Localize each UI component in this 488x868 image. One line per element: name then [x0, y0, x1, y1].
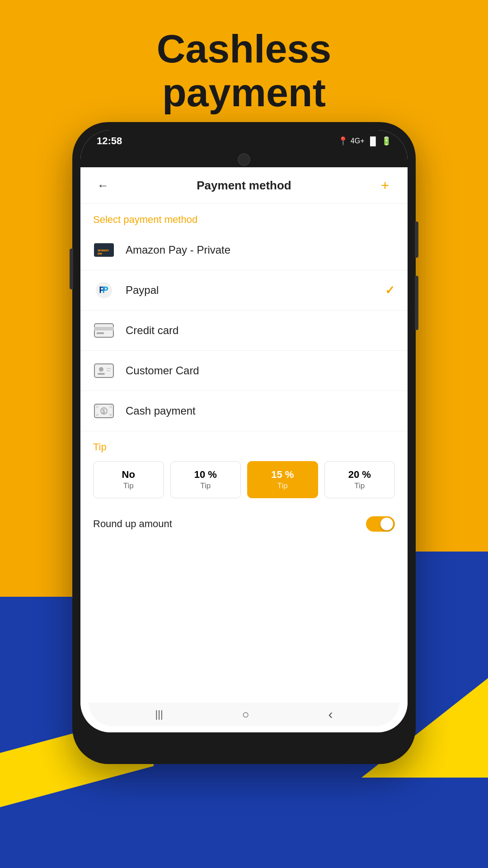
- credit-card-icon: [94, 323, 114, 338]
- status-bar: 12:58 📍 4G+ ▐▌ 🔋: [80, 130, 408, 152]
- cash-payment-label: Cash payment: [126, 405, 395, 417]
- location-icon: 📍: [338, 136, 348, 146]
- nav-home-icon[interactable]: ○: [242, 708, 249, 722]
- notch-area: [80, 152, 408, 167]
- tip-15-word: Tip: [251, 481, 314, 491]
- tip-section-label: Tip: [93, 441, 395, 453]
- svg-rect-17: [96, 406, 99, 408]
- svg-rect-7: [94, 327, 114, 330]
- nav-menu-icon[interactable]: |||: [155, 708, 163, 720]
- tip-10-button[interactable]: 10 % Tip: [170, 461, 241, 498]
- signal-text: 4G+: [351, 137, 365, 145]
- side-button-left: [70, 249, 73, 289]
- amazon-pay-icon-container: amazon pay: [93, 239, 115, 261]
- tip-15-button[interactable]: 15 % Tip: [247, 461, 318, 498]
- tip-no-button[interactable]: No Tip: [93, 461, 164, 498]
- tip-no-word: Tip: [97, 481, 160, 491]
- svg-point-10: [99, 367, 103, 372]
- amazon-pay-label: Amazon Pay - Private: [126, 244, 395, 256]
- tip-20-percent: 20 %: [328, 469, 391, 481]
- battery-icon: 🔋: [381, 136, 391, 146]
- cash-icon: $: [94, 404, 114, 418]
- status-time: 12:58: [97, 135, 122, 147]
- svg-rect-20: [109, 414, 112, 416]
- app-content: ← Payment method + Select payment method: [80, 167, 408, 732]
- payment-item-amazon-pay[interactable]: amazon pay Amazon Pay - Private: [80, 230, 408, 270]
- amazon-pay-icon: amazon pay: [94, 243, 114, 257]
- payment-item-customer-card[interactable]: Customer Card: [80, 351, 408, 391]
- screen-title: Payment method: [197, 179, 291, 193]
- credit-card-icon-container: [93, 320, 115, 341]
- toggle-knob: [380, 518, 393, 530]
- top-bar: ← Payment method +: [80, 167, 408, 204]
- payment-item-paypal[interactable]: P P Paypal ✓: [80, 270, 408, 311]
- tip-10-word: Tip: [174, 481, 237, 491]
- round-up-label: Round up amount: [93, 518, 172, 530]
- phone-frame: 12:58 📍 4G+ ▐▌ 🔋 ← Payment method +: [72, 122, 416, 764]
- add-payment-button[interactable]: +: [375, 175, 395, 195]
- tip-buttons-container: No Tip 10 % Tip 15 % Tip 20 %: [93, 461, 395, 498]
- customer-card-icon-container: [93, 360, 115, 382]
- svg-rect-13: [107, 370, 110, 371]
- credit-card-label: Credit card: [126, 324, 395, 337]
- tip-section: Tip No Tip 10 % Tip 15 % Tip: [80, 431, 408, 498]
- page-title: Cashless payment: [0, 27, 488, 115]
- side-button-right-bottom: [415, 276, 418, 330]
- tip-15-percent: 15 %: [251, 469, 314, 481]
- camera-notch: [238, 153, 250, 166]
- nav-back-icon[interactable]: ‹: [328, 707, 333, 722]
- signal-bars-icon: ▐▌: [367, 137, 379, 146]
- customer-card-icon: [94, 363, 114, 378]
- svg-text:P: P: [102, 285, 108, 295]
- paypal-label: Paypal: [126, 284, 385, 297]
- payment-item-credit-card[interactable]: Credit card: [80, 311, 408, 351]
- svg-rect-12: [107, 368, 111, 369]
- scroll-area[interactable]: Select payment method amazon pay Amazon …: [80, 204, 408, 732]
- customer-card-label: Customer Card: [126, 364, 395, 377]
- paypal-checkmark: ✓: [385, 283, 395, 297]
- svg-rect-9: [94, 364, 113, 377]
- svg-rect-8: [97, 332, 104, 334]
- phone-screen: 12:58 📍 4G+ ▐▌ 🔋 ← Payment method +: [80, 130, 408, 732]
- tip-20-button[interactable]: 20 % Tip: [324, 461, 395, 498]
- round-up-row: Round up amount: [80, 512, 408, 541]
- back-arrow-icon: ←: [97, 179, 109, 193]
- tip-20-word: Tip: [328, 481, 391, 491]
- phone-nav-bar: ||| ○ ‹: [89, 703, 399, 726]
- svg-rect-11: [98, 373, 105, 375]
- round-up-toggle[interactable]: [366, 516, 395, 532]
- svg-rect-18: [109, 406, 112, 408]
- svg-text:pay: pay: [98, 252, 102, 255]
- paypal-icon-container: P P: [93, 279, 115, 301]
- svg-rect-19: [96, 414, 99, 416]
- payment-item-cash[interactable]: $ Cash payment: [80, 391, 408, 431]
- status-icons: 📍 4G+ ▐▌ 🔋: [338, 136, 391, 146]
- svg-text:$: $: [102, 408, 105, 415]
- tip-no-percent: No: [97, 469, 160, 481]
- payment-section-label: Select payment method: [80, 204, 408, 230]
- side-button-right-top: [415, 222, 418, 258]
- back-button[interactable]: ←: [93, 175, 113, 195]
- cash-icon-container: $: [93, 400, 115, 422]
- add-icon: +: [381, 177, 389, 194]
- tip-10-percent: 10 %: [174, 469, 237, 481]
- paypal-icon: P P: [96, 282, 112, 298]
